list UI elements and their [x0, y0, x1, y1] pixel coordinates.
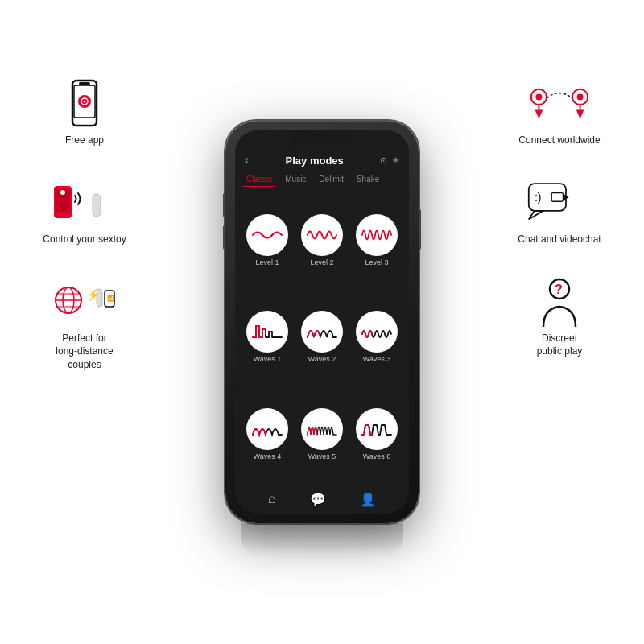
svg-point-24: [577, 93, 584, 100]
free-app-label: Free app: [65, 134, 104, 147]
app-tabs: Classic Music Delimit Shake: [235, 172, 409, 187]
chat-icon: :): [527, 180, 592, 228]
grid-item-level2[interactable]: Level 2: [296, 193, 348, 287]
feature-free-app: Free app: [16, 80, 153, 147]
feature-long-distance: ⚡ 📶 Perfect forlong-distancecouples: [16, 279, 153, 372]
waves5-circle: [301, 408, 343, 450]
waves2-label: Waves 2: [308, 355, 336, 363]
app-grid: Level 1 Level 2: [235, 190, 409, 485]
svg-rect-9: [93, 194, 101, 217]
features-right: Connect worldwide :) Chat and videochat …: [491, 80, 628, 358]
svg-marker-22: [535, 109, 543, 118]
phone-app-icon: [52, 80, 117, 129]
waves4-label: Waves 4: [254, 452, 282, 460]
header-icons: ⊙ ✳: [380, 155, 399, 166]
svg-text:?: ?: [555, 283, 563, 296]
svg-text:📶: 📶: [107, 295, 114, 302]
svg-rect-30: [551, 193, 563, 202]
grid-item-waves5[interactable]: Waves 5: [296, 387, 348, 481]
svg-point-20: [535, 93, 542, 100]
power-button: [419, 209, 421, 250]
svg-marker-26: [576, 109, 584, 118]
svg-marker-28: [529, 211, 543, 220]
grid-item-waves6[interactable]: Waves 6: [351, 387, 402, 481]
waves6-circle: [356, 408, 398, 450]
discreet-icon: ?: [527, 279, 592, 327]
feature-control: Control your sextoy: [16, 180, 153, 246]
connect-icon: [527, 80, 592, 129]
grid-item-waves2[interactable]: Waves 2: [296, 291, 348, 385]
svg-rect-2: [79, 82, 90, 85]
phone-shell: ‹ Play modes ⊙ ✳ Classic Music Delimit S…: [225, 121, 419, 523]
waves6-label: Waves 6: [363, 452, 391, 460]
grid-item-level1[interactable]: Level 1: [242, 193, 293, 287]
tab-delimit[interactable]: Delimit: [316, 172, 347, 187]
feature-connect: Connect worldwide: [491, 80, 628, 147]
waves3-circle: [356, 311, 398, 353]
level3-label: Level 3: [365, 258, 388, 266]
app-title: Play modes: [286, 155, 344, 167]
waves1-circle: [246, 311, 288, 353]
level2-circle: [301, 214, 343, 256]
svg-rect-16: [97, 289, 102, 307]
feature-discreet: ? Discreetpublic play: [491, 279, 628, 359]
discreet-label: Discreetpublic play: [537, 332, 583, 359]
nav-home[interactable]: ⌂: [268, 492, 276, 507]
long-distance-label: Perfect forlong-distancecouples: [56, 332, 113, 372]
feature-chat: :) Chat and videochat: [491, 180, 628, 246]
control-icon: [52, 180, 117, 228]
back-button[interactable]: ‹: [245, 153, 249, 167]
phone: ‹ Play modes ⊙ ✳ Classic Music Delimit S…: [225, 121, 419, 523]
level3-circle: [356, 214, 398, 256]
waves5-label: Waves 5: [308, 452, 336, 460]
tab-shake[interactable]: Shake: [353, 172, 382, 187]
globe-icon: ⚡ 📶: [52, 279, 117, 327]
level1-circle: [246, 214, 288, 256]
grid-item-waves1[interactable]: Waves 1: [242, 291, 293, 385]
waves1-label: Waves 1: [254, 355, 282, 363]
connect-label: Connect worldwide: [518, 134, 600, 147]
user-icon[interactable]: ⊙: [380, 155, 387, 166]
waves2-circle: [301, 311, 343, 353]
svg-point-5: [83, 100, 85, 102]
tab-music[interactable]: Music: [282, 172, 309, 187]
app-ui: ‹ Play modes ⊙ ✳ Classic Music Delimit S…: [235, 130, 409, 514]
volume-up-button: [223, 193, 225, 217]
grid-item-level3[interactable]: Level 3: [351, 193, 402, 287]
bluetooth-icon[interactable]: ✳: [392, 155, 399, 166]
svg-point-8: [60, 190, 65, 195]
waves3-label: Waves 3: [363, 355, 391, 363]
phone-reflection: [242, 523, 402, 555]
chat-label: Chat and videochat: [518, 233, 601, 246]
nav-chat[interactable]: 💬: [310, 492, 326, 507]
waves4-circle: [246, 408, 288, 450]
volume-down-button: [223, 225, 225, 250]
phone-screen: ‹ Play modes ⊙ ✳ Classic Music Delimit S…: [235, 130, 409, 514]
nav-profile[interactable]: 👤: [360, 492, 376, 507]
svg-text::): :): [535, 192, 542, 204]
control-label: Control your sextoy: [43, 233, 126, 246]
phone-notch: [290, 130, 354, 148]
features-left: Free app Control your sextoy: [16, 80, 153, 372]
grid-item-waves3[interactable]: Waves 3: [351, 291, 402, 385]
level1-label: Level 1: [255, 258, 279, 266]
grid-item-waves4[interactable]: Waves 4: [242, 387, 293, 481]
app-nav: ⌂ 💬 👤: [235, 485, 409, 514]
level2-label: Level 2: [310, 258, 333, 266]
tab-classic[interactable]: Classic: [243, 172, 275, 187]
